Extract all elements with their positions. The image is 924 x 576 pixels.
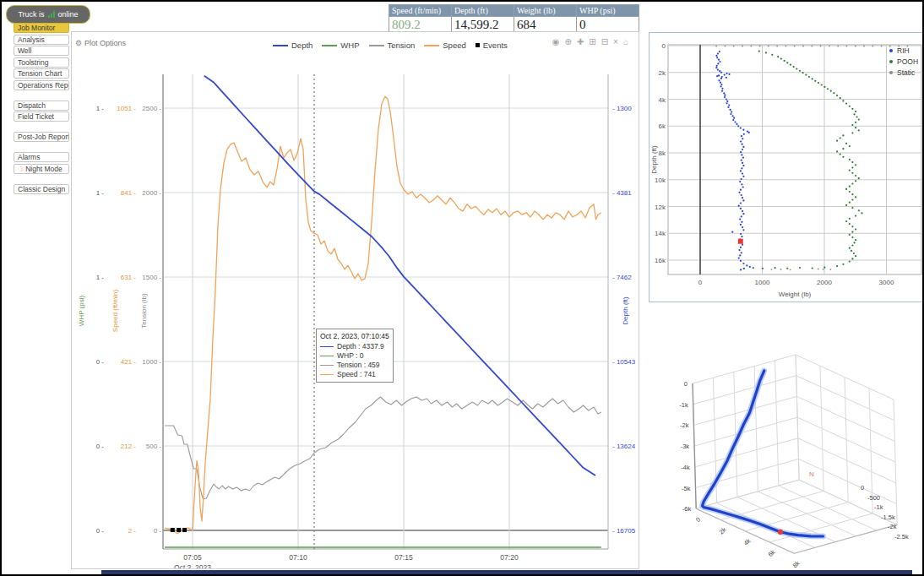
svg-text:8k: 8k	[791, 559, 802, 569]
svg-text:2000: 2000	[817, 279, 832, 286]
bottom-scrollbar[interactable]	[101, 570, 912, 574]
svg-text:0 -: 0 -	[96, 527, 105, 535]
static-dot-icon	[889, 71, 893, 74]
svg-text:1 -: 1 -	[96, 105, 105, 112]
svg-text:-2.5k: -2.5k	[894, 533, 909, 541]
svg-text:8k: 8k	[659, 149, 666, 157]
svg-text:-4k: -4k	[681, 464, 690, 471]
svg-text:16k: 16k	[655, 257, 666, 264]
sidebar-item-well[interactable]: Well	[14, 46, 69, 56]
svg-text:- 1300: - 1300	[612, 105, 632, 112]
svg-text:0 -: 0 -	[96, 358, 105, 366]
app-root: Truck is online Job MonitorAnalysisWellT…	[0, 0, 924, 576]
scatter-legend-item-static[interactable]: Static	[889, 68, 918, 77]
trajectory-3d-chart[interactable]: N0-1k-2k-3k-4k-5k-6k02k4k6k8k0-500-1k-1.…	[649, 306, 924, 573]
depth-line-icon	[320, 346, 334, 347]
svg-text:-5k: -5k	[682, 485, 691, 492]
svg-text:2000 -: 2000 -	[142, 189, 161, 197]
svg-text:WHP (psi): WHP (psi)	[78, 296, 85, 327]
kpi-value-whp-psi-: 0	[577, 17, 639, 33]
svg-text:10k: 10k	[655, 177, 666, 184]
svg-text:1051 -: 1051 -	[117, 105, 136, 112]
truck-status-suffix: online	[58, 10, 79, 19]
speed-line-icon	[320, 374, 334, 375]
svg-text:0: 0	[698, 279, 703, 286]
svg-text:0: 0	[694, 515, 702, 524]
svg-text:- 4381: - 4381	[612, 189, 632, 197]
tension-line-icon	[320, 365, 334, 366]
kpi-header-weight-lb-: Weight (lb)	[514, 5, 577, 17]
svg-text:631 -: 631 -	[121, 274, 137, 281]
time-series-panel: ⚙ Plot Options DepthWHPTensionSpeedEvent…	[71, 31, 639, 569]
sidebar-group: DispatchField Ticket	[14, 101, 73, 122]
svg-text:6k: 6k	[767, 548, 777, 558]
sidebar-item-dispatch[interactable]: Dispatch	[14, 101, 69, 111]
svg-text:-6k: -6k	[682, 505, 692, 513]
sidebar-item-operations-report[interactable]: Operations Report	[14, 80, 69, 90]
svg-text:- 16705: - 16705	[612, 527, 636, 535]
svg-text:841 -: 841 -	[121, 189, 137, 197]
svg-text:6k: 6k	[659, 122, 666, 130]
tooltip-row-whp: WHP : 0	[320, 351, 389, 360]
svg-text:0: 0	[662, 42, 666, 50]
svg-text:1000: 1000	[755, 279, 770, 286]
scatter-legend-item-rih[interactable]: RIH	[889, 46, 918, 55]
svg-text:07:20: 07:20	[500, 553, 519, 562]
svg-text:3000: 3000	[879, 279, 894, 286]
sidebar-item-tension-chart[interactable]: Tension Chart	[14, 68, 69, 79]
svg-text:0: 0	[861, 484, 864, 492]
sidebar-item-analysis[interactable]: Analysis	[14, 35, 69, 45]
weight-depth-chart[interactable]: 02k4k6k8k10k12k14k16k0100020003000Weight…	[650, 33, 923, 302]
svg-text:Depth (ft): Depth (ft)	[650, 145, 658, 174]
svg-text:0: 0	[684, 380, 688, 388]
time-series-chart[interactable]: 1 -1051 -2500 -- 13001 -841 -2000 -- 438…	[72, 32, 639, 568]
kpi-value-weight-lb-: 684	[514, 17, 577, 33]
scatter-legend: RIHPOOHStatic	[889, 46, 918, 79]
tooltip-time: Oct 2, 2023, 07:10:45	[320, 332, 389, 340]
svg-text:Oct 2, 2023: Oct 2, 2023	[174, 563, 211, 568]
sidebar-item-field-ticket[interactable]: Field Ticket	[14, 111, 69, 122]
svg-text:-1k: -1k	[874, 503, 883, 511]
svg-text:N: N	[809, 470, 814, 478]
svg-text:07:15: 07:15	[394, 553, 413, 562]
kpi-value-depth-ft-: 14,599.2	[452, 17, 514, 33]
tooltip-row-speed: Speed : 741	[320, 370, 389, 378]
kpi-header-whp-psi-: WHP (psi)	[577, 5, 639, 17]
svg-text:07:10: 07:10	[289, 553, 307, 562]
rih-dot-icon	[889, 49, 893, 52]
svg-text:Weight (lb): Weight (lb)	[779, 291, 812, 298]
whp-line-icon	[320, 356, 334, 356]
tooltip-row-depth: Depth : 4337.9	[320, 342, 389, 350]
hover-tooltip: Oct 2, 2023, 07:10:45 Depth : 4337.9WHP …	[316, 329, 394, 383]
svg-text:07:05: 07:05	[183, 553, 202, 562]
svg-text:1500 -: 1500 -	[142, 274, 161, 281]
sidebar-item-alarms[interactable]: Alarms	[14, 152, 69, 162]
trajectory-3d-panel: N0-1k-2k-3k-4k-5k-6k02k4k6k8k0-500-1k-1.…	[649, 306, 924, 573]
svg-text:4k: 4k	[742, 537, 753, 547]
svg-text:1000 -: 1000 -	[142, 358, 161, 366]
svg-text:4k: 4k	[659, 96, 666, 104]
svg-text:12k: 12k	[655, 204, 666, 211]
sidebar-item-night-mode[interactable]: ☽Night Mode	[14, 164, 69, 174]
sidebar-item-classic-design[interactable]: Classic Design	[14, 184, 69, 194]
svg-text:0 -: 0 -	[154, 527, 162, 535]
sidebar-item-post-job-report[interactable]: Post-Job Report	[14, 132, 69, 142]
kpi-value-speed-ft-min-: 809.2	[389, 17, 452, 33]
svg-text:500 -: 500 -	[146, 443, 162, 450]
pooh-dot-icon	[889, 60, 893, 63]
kpi-header-depth-ft-: Depth (ft)	[452, 5, 514, 17]
svg-text:-1.5k: -1.5k	[881, 514, 895, 521]
svg-text:-500: -500	[867, 494, 880, 502]
svg-text:1 -: 1 -	[96, 274, 105, 281]
truck-status-pill[interactable]: Truck is online	[6, 5, 90, 24]
svg-text:212 -: 212 -	[121, 443, 137, 450]
sidebar-item-toolstring[interactable]: Toolstring	[14, 57, 69, 68]
kpi-header-speed-ft-min-: Speed (ft/min)	[389, 5, 452, 17]
sidebar-group: Alarms☽Night Mode	[14, 152, 73, 174]
scatter-legend-item-pooh[interactable]: POOH	[889, 57, 918, 66]
svg-text:-1k: -1k	[679, 401, 688, 409]
kpi-table: Speed (ft/min)Depth (ft)Weight (lb)WHP (…	[389, 4, 639, 33]
svg-text:-2k: -2k	[888, 523, 897, 530]
svg-text:- 10543: - 10543	[612, 358, 636, 366]
sidebar-item-job-monitor[interactable]: Job Monitor	[14, 23, 69, 33]
